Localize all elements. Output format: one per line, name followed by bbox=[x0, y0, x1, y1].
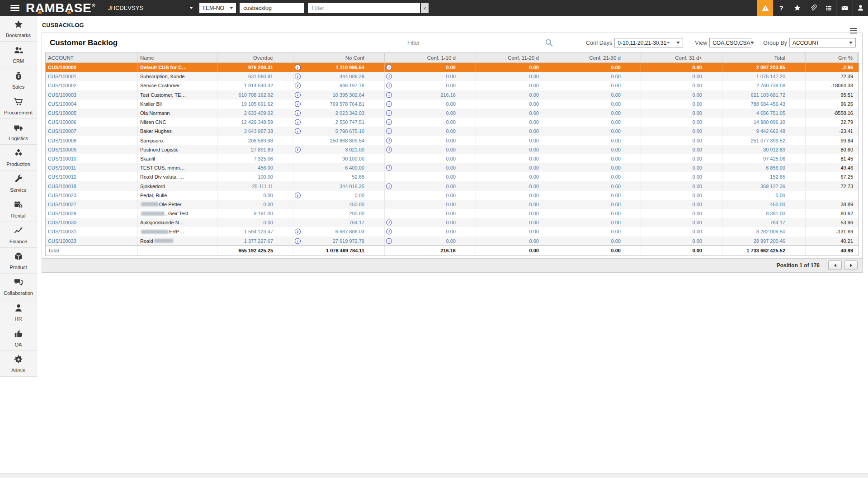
info-icon[interactable]: i bbox=[295, 128, 301, 134]
info-icon[interactable]: i bbox=[386, 83, 392, 89]
group-by-select[interactable]: ACCOUNT bbox=[789, 38, 856, 47]
table-row[interactable]: CUS/100012Roald Div valuta, …100.0052.65… bbox=[46, 172, 859, 181]
account-link[interactable]: CUS/100031 bbox=[46, 227, 138, 236]
info-icon[interactable]: i bbox=[386, 65, 392, 71]
sidebar-item-qa[interactable]: QA bbox=[0, 325, 37, 351]
table-row[interactable]: CUS/100009Postnord Logistic27 891.89i3 0… bbox=[46, 145, 859, 154]
previous-page-button[interactable] bbox=[828, 260, 842, 270]
column-header-overdue[interactable]: Overdue bbox=[217, 53, 293, 62]
info-icon[interactable]: i bbox=[386, 74, 392, 80]
table-row[interactable]: CUS/100010Skanfil7 325.0690 100.000.000.… bbox=[46, 154, 859, 163]
account-link[interactable]: CUS/100001 bbox=[46, 72, 138, 81]
account-link[interactable]: CUS/100002 bbox=[46, 81, 138, 90]
favorites-icon[interactable] bbox=[789, 0, 805, 16]
info-icon[interactable]: i bbox=[295, 119, 301, 125]
table-row[interactable]: CUS/100002Service Customer1 814 540.32i9… bbox=[46, 81, 859, 90]
sidebar-item-hr[interactable]: HR bbox=[0, 299, 37, 325]
sidebar-item-admin[interactable]: Admin bbox=[0, 351, 37, 377]
column-header-gm[interactable]: Gm % bbox=[806, 53, 858, 62]
account-link[interactable]: CUS/100011 bbox=[46, 163, 138, 172]
info-icon[interactable]: i bbox=[386, 147, 392, 152]
table-row[interactable]: CUS/100004Krøller Bil19 105 691.62i769 5… bbox=[46, 99, 859, 109]
sidebar-item-product[interactable]: Product bbox=[0, 248, 37, 274]
info-icon[interactable]: i bbox=[386, 183, 392, 189]
program-input[interactable] bbox=[240, 3, 304, 13]
view-select[interactable]: COA,CSO,CSA bbox=[709, 38, 751, 47]
table-row[interactable]: CUS/100030Auksjonskunde N…0.00764.17i0.0… bbox=[46, 218, 859, 227]
account-link[interactable]: CUS/100018 bbox=[46, 181, 138, 190]
account-link[interactable]: CUS/100008 bbox=[46, 136, 138, 145]
info-icon[interactable]: i bbox=[386, 101, 392, 107]
main-menu-icon[interactable] bbox=[10, 4, 19, 13]
table-row[interactable]: CUS/100001Subscription, Kunde631 060.91i… bbox=[46, 72, 859, 81]
horizontal-scrollbar[interactable] bbox=[0, 473, 868, 478]
info-icon[interactable]: i bbox=[295, 110, 301, 116]
table-row[interactable]: CUS/100005Ola Normann2 633 409.02i2 023 … bbox=[46, 109, 859, 118]
info-icon[interactable]: i bbox=[386, 110, 392, 116]
account-link[interactable]: CUS/100004 bbox=[46, 99, 138, 109]
table-row[interactable]: CUS/100008Sampsonx208 589.98250 868 809.… bbox=[46, 136, 859, 145]
info-icon[interactable]: i bbox=[295, 101, 301, 107]
info-icon[interactable]: i bbox=[386, 220, 392, 226]
help-icon[interactable]: ? bbox=[773, 0, 789, 16]
column-header-conf-21-30-d[interactable]: Conf, 21-30 d bbox=[559, 53, 641, 62]
conf-days-select[interactable]: 0-10,11-20,21-30,31+ bbox=[614, 38, 683, 47]
collapse-filter-button[interactable]: ‹ bbox=[421, 3, 429, 13]
account-link[interactable]: CUS/100033 bbox=[46, 237, 138, 246]
window-options-icon[interactable] bbox=[850, 27, 857, 35]
table-row[interactable]: CUS/100018Sjokkedorri25 111.11344 016.25… bbox=[46, 181, 859, 190]
sidebar-item-service[interactable]: Service bbox=[0, 170, 37, 196]
column-header-name[interactable]: Name bbox=[138, 53, 217, 62]
table-row[interactable]: CUS/100006Nilsen CNC12 429 348.59i2 550 … bbox=[46, 118, 859, 127]
column-header-conf-11-20-d[interactable]: Conf, 11-20 d bbox=[476, 53, 559, 62]
info-icon[interactable]: i bbox=[295, 74, 301, 80]
table-row[interactable]: CUS/100003Test Customer, TE…610 708 162.… bbox=[46, 90, 859, 99]
account-link[interactable]: CUS/100012 bbox=[46, 172, 138, 181]
info-icon[interactable]: i bbox=[295, 238, 301, 244]
account-link[interactable]: CUS/100007 bbox=[46, 127, 138, 136]
sidebar-item-collaboration[interactable]: Collaboration bbox=[0, 274, 37, 299]
list-filter-input[interactable] bbox=[407, 40, 543, 46]
table-row[interactable]: CUS/100011TEST CUS, mmm…456.006 400.00i0… bbox=[46, 163, 859, 172]
info-icon[interactable]: i bbox=[295, 65, 301, 71]
column-header-account[interactable]: ACCOUNT bbox=[46, 53, 138, 62]
column-header-no-conf[interactable]: No Conf bbox=[293, 53, 385, 62]
info-icon[interactable]: i bbox=[295, 147, 301, 152]
table-row[interactable]: CUS/100027 Ole Petter0.00450.000.000.000… bbox=[46, 200, 859, 209]
sidebar-item-crm[interactable]: CRM bbox=[0, 42, 37, 67]
table-row[interactable]: CUS/100033Roald 1 377 227.67i27 619 972.… bbox=[46, 237, 859, 246]
sidebar-item-logistics[interactable]: Logistics bbox=[0, 119, 37, 145]
account-link[interactable]: CUS/100030 bbox=[46, 218, 138, 227]
table-row[interactable]: CUS/100029, Geir Test9 191.00200.000.000… bbox=[46, 209, 859, 218]
global-filter-input[interactable] bbox=[308, 3, 420, 13]
user-icon[interactable] bbox=[852, 0, 868, 16]
account-link[interactable]: CUS/100003 bbox=[46, 90, 138, 99]
table-row[interactable]: CUS/100023Pedal, Rulle0.00i0.000.000.000… bbox=[46, 191, 859, 200]
sidebar-item-production[interactable]: Production bbox=[0, 145, 37, 170]
account-link[interactable]: CUS/100005 bbox=[46, 109, 138, 118]
account-link[interactable]: CUS/100027 bbox=[46, 200, 138, 209]
table-row[interactable]: CUS/100007Baker Hughes3 643 987.38i5 798… bbox=[46, 127, 859, 136]
alerts-icon[interactable] bbox=[757, 0, 773, 16]
info-icon[interactable]: i bbox=[386, 92, 392, 98]
info-icon[interactable]: i bbox=[386, 137, 392, 143]
rambase-logo[interactable]: RAMBASE® bbox=[26, 1, 95, 15]
system-selector[interactable]: JHCDEVSYS bbox=[108, 5, 193, 11]
sidebar-item-finance[interactable]: Finance bbox=[0, 222, 37, 248]
account-link[interactable]: CUS/100006 bbox=[46, 118, 138, 127]
sidebar-item-rental[interactable]: $Rental bbox=[0, 196, 37, 222]
account-link[interactable]: CUS/100009 bbox=[46, 145, 138, 154]
column-header-total[interactable]: Total bbox=[722, 53, 806, 62]
info-icon[interactable]: i bbox=[295, 192, 301, 198]
account-link[interactable]: CUS/100023 bbox=[46, 191, 138, 200]
sidebar-item-bookmarks[interactable]: Bookmarks bbox=[0, 16, 37, 42]
task-list-icon[interactable] bbox=[821, 0, 836, 16]
column-header-conf-31-d[interactable]: Conf, 31 d+ bbox=[641, 53, 722, 62]
messages-icon[interactable] bbox=[836, 0, 852, 16]
info-icon[interactable]: i bbox=[295, 229, 301, 235]
search-icon[interactable] bbox=[545, 38, 553, 47]
info-icon[interactable]: i bbox=[295, 92, 301, 98]
target-selector[interactable]: TEM-NO bbox=[199, 3, 236, 13]
info-icon[interactable]: i bbox=[386, 229, 392, 235]
attachments-icon[interactable] bbox=[805, 0, 821, 16]
